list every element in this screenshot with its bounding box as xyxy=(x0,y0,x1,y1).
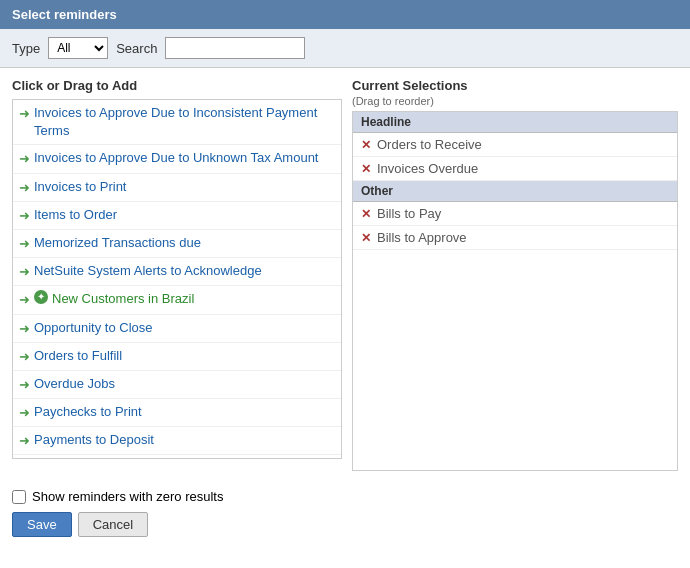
section-header: Headline xyxy=(353,112,677,133)
remove-icon[interactable]: ✕ xyxy=(361,207,371,221)
arrow-icon: ➜ xyxy=(19,235,30,253)
arrow-icon: ➜ xyxy=(19,348,30,366)
list-item[interactable]: ➜Paychecks to Print xyxy=(13,399,341,427)
footer: Show reminders with zero results Save Ca… xyxy=(0,481,690,545)
item-label: Payments to Deposit xyxy=(34,431,154,449)
item-label: New Customers in Brazil xyxy=(52,290,194,308)
right-panel: Current Selections (Drag to reorder) Hea… xyxy=(352,78,678,471)
list-item[interactable]: ➜Invoices to Print xyxy=(13,174,341,202)
arrow-icon: ➜ xyxy=(19,263,30,281)
search-label: Search xyxy=(116,41,157,56)
arrow-icon: ➜ xyxy=(19,179,30,197)
save-button[interactable]: Save xyxy=(12,512,72,537)
arrow-icon: ➜ xyxy=(19,291,30,309)
item-label: NetSuite System Alerts to Acknowledge xyxy=(34,262,262,280)
cancel-button[interactable]: Cancel xyxy=(78,512,148,537)
item-label: Invoices to Print xyxy=(34,178,127,196)
dialog-title: Select reminders xyxy=(0,0,690,29)
button-row: Save Cancel xyxy=(12,512,678,537)
list-item[interactable]: ✕Bills to Pay xyxy=(353,202,677,226)
list-item[interactable]: ➜Payroll Batch to commit xyxy=(13,455,341,458)
list-item[interactable]: ➜Invoices to Approve Due to Unknown Tax … xyxy=(13,145,341,173)
arrow-icon: ➜ xyxy=(19,404,30,422)
item-label: Bills to Pay xyxy=(377,206,441,221)
item-label: Bills to Approve xyxy=(377,230,467,245)
type-label: Type xyxy=(12,41,40,56)
list-item[interactable]: ✕Invoices Overdue xyxy=(353,157,677,181)
item-label: Paychecks to Print xyxy=(34,403,142,421)
arrow-icon: ➜ xyxy=(19,432,30,450)
arrow-icon: ➜ xyxy=(19,376,30,394)
list-item[interactable]: ✕Orders to Receive xyxy=(353,133,677,157)
search-input[interactable] xyxy=(165,37,305,59)
item-label: Memorized Transactions due xyxy=(34,234,201,252)
list-item[interactable]: ➜Payments to Deposit xyxy=(13,427,341,455)
left-panel-header: Click or Drag to Add xyxy=(12,78,342,99)
zero-results-checkbox[interactable] xyxy=(12,490,26,504)
list-item[interactable]: ✕Bills to Approve xyxy=(353,226,677,250)
list-item[interactable]: ➜Opportunity to Close xyxy=(13,315,341,343)
toolbar: Type All Headline Other Search xyxy=(0,29,690,68)
new-badge: ✦ xyxy=(34,290,48,304)
remove-icon[interactable]: ✕ xyxy=(361,138,371,152)
zero-results-row: Show reminders with zero results xyxy=(12,489,678,504)
remove-icon[interactable]: ✕ xyxy=(361,162,371,176)
list-item[interactable]: ➜Invoices to Approve Due to Inconsistent… xyxy=(13,100,341,145)
zero-results-label: Show reminders with zero results xyxy=(32,489,223,504)
arrow-icon: ➜ xyxy=(19,105,30,123)
main-content: Click or Drag to Add ➜Invoices to Approv… xyxy=(0,68,690,481)
item-label: Invoices Overdue xyxy=(377,161,478,176)
left-list: ➜Invoices to Approve Due to Inconsistent… xyxy=(13,100,341,458)
type-select[interactable]: All Headline Other xyxy=(48,37,108,59)
item-label: Invoices to Approve Due to Inconsistent … xyxy=(34,104,335,140)
right-panel-subheader: (Drag to reorder) xyxy=(352,95,678,111)
item-label: Items to Order xyxy=(34,206,117,224)
item-label: Overdue Jobs xyxy=(34,375,115,393)
remove-icon[interactable]: ✕ xyxy=(361,231,371,245)
arrow-icon: ➜ xyxy=(19,150,30,168)
left-list-container: ➜Invoices to Approve Due to Inconsistent… xyxy=(12,99,342,459)
list-item[interactable]: ➜Items to Order xyxy=(13,202,341,230)
list-item[interactable]: ➜Memorized Transactions due xyxy=(13,230,341,258)
left-panel: Click or Drag to Add ➜Invoices to Approv… xyxy=(12,78,342,471)
list-item[interactable]: ➜✦New Customers in Brazil xyxy=(13,286,341,314)
list-item[interactable]: ➜Overdue Jobs xyxy=(13,371,341,399)
list-item[interactable]: ➜Orders to Fulfill xyxy=(13,343,341,371)
item-label: Orders to Fulfill xyxy=(34,347,122,365)
right-list-container: Headline✕Orders to Receive✕Invoices Over… xyxy=(352,111,678,471)
item-label: Invoices to Approve Due to Unknown Tax A… xyxy=(34,149,318,167)
section-header: Other xyxy=(353,181,677,202)
item-label: Orders to Receive xyxy=(377,137,482,152)
list-item[interactable]: ➜NetSuite System Alerts to Acknowledge xyxy=(13,258,341,286)
item-label: Opportunity to Close xyxy=(34,319,153,337)
arrow-icon: ➜ xyxy=(19,207,30,225)
arrow-icon: ➜ xyxy=(19,320,30,338)
right-panel-header: Current Selections xyxy=(352,78,678,95)
